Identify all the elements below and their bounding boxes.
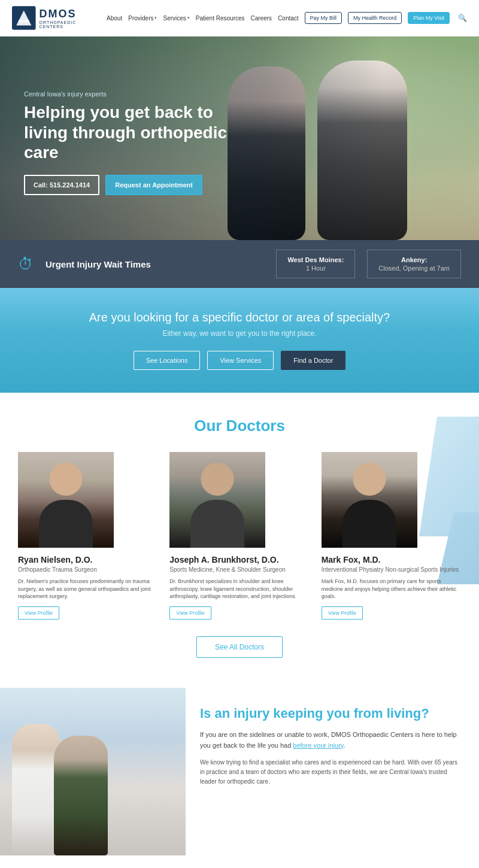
- location-name-1: West Des Moines:: [287, 256, 344, 263]
- injury-highlight: before your injury: [293, 742, 343, 749]
- see-all-doctors-button[interactable]: See All Doctors: [196, 636, 283, 658]
- injury-text1: If you are on the sidelines or unable to…: [200, 730, 461, 751]
- specialty-section: Are you looking for a specific doctor or…: [0, 288, 479, 393]
- injury-person1-figure: [12, 724, 60, 855]
- see-all-container: See All Doctors: [18, 636, 461, 658]
- location-time-2: Closed, Opening at 7am: [378, 265, 450, 272]
- doctor-specialty-brunkhorst: Sports Medicine, Knee & Shoulder Surgeon: [169, 566, 309, 573]
- doctor-image-placeholder-fox: [322, 452, 417, 548]
- nav-links: About Providers ▾ Services ▾ Patient Res…: [107, 12, 467, 24]
- hero-eyebrow: Central Iowa's injury experts: [24, 90, 228, 98]
- services-chevron-icon: ▾: [187, 16, 190, 20]
- nav-careers[interactable]: Careers: [251, 15, 272, 22]
- nav-contact[interactable]: Contact: [278, 15, 298, 22]
- doctor-image-placeholder-nielsen: [18, 452, 114, 548]
- wait-times-bar: ⏱ Urgent Injury Wait Times West Des Moin…: [0, 240, 479, 288]
- hero-buttons: Call: 515.224.1414 Request an Appointmen…: [24, 175, 228, 195]
- logo-sub-text: ORTHOPAEDIC CENTERS: [40, 20, 96, 29]
- navbar: DMOS ORTHOPAEDIC CENTERS About Providers…: [0, 0, 479, 37]
- doctor-card-fox: Mark Fox, M.D. Interventional Physiatry …: [322, 452, 461, 620]
- face-brunkhorst: [201, 463, 234, 496]
- specialty-buttons: See Locations View Services Find a Docto…: [18, 351, 461, 370]
- doctors-grid: Ryan Nielsen, D.O. Orthopaedic Trauma Su…: [18, 452, 461, 620]
- injury-photo: [0, 688, 186, 855]
- doctor-card-brunkhorst: Joseph A. Brunkhorst, D.O. Sports Medici…: [169, 452, 309, 620]
- location-time-1: 1 Hour: [287, 265, 344, 272]
- doctor-bio-fox: Mark Fox, M.D. focuses on primary care f…: [322, 578, 461, 600]
- hero-section: Central Iowa's injury experts Helping yo…: [0, 37, 479, 240]
- doctor-photo-nielsen: [18, 452, 114, 548]
- location-name-2: Ankeny:: [378, 256, 450, 263]
- wait-times-title: Urgent Injury Wait Times: [46, 259, 264, 269]
- view-profile-brunkhorst-button[interactable]: View Profile: [169, 606, 211, 620]
- injury-content: Is an injury keeping you from living? If…: [186, 688, 479, 855]
- specialty-title: Are you looking for a specific doctor or…: [18, 311, 461, 324]
- doctor-image-placeholder-brunkhorst: [169, 452, 265, 548]
- specialty-subtitle: Either way, we want to get you to the ri…: [18, 329, 461, 338]
- injury-section: Is an injury keeping you from living? If…: [0, 688, 479, 855]
- doctor-specialty-fox: Interventional Physiatry Non-surgical Sp…: [322, 566, 461, 573]
- see-locations-button[interactable]: See Locations: [134, 351, 201, 370]
- doctor-name-nielsen: Ryan Nielsen, D.O.: [18, 555, 157, 564]
- nav-providers[interactable]: Providers ▾: [128, 15, 157, 22]
- logo-dmos-text: DMOS: [40, 8, 96, 20]
- doctor-card-nielsen: Ryan Nielsen, D.O. Orthopaedic Trauma Su…: [18, 452, 157, 620]
- doctor-photo-fox: [322, 452, 417, 548]
- body-fox: [342, 500, 396, 548]
- doctor-name-fox: Mark Fox, M.D.: [322, 555, 461, 564]
- hero-content: Central Iowa's injury experts Helping yo…: [24, 90, 228, 195]
- wait-location-west-des-moines: West Des Moines: 1 Hour: [276, 250, 355, 278]
- doctor-bio-brunkhorst: Dr. Brunkhorst specializes in shoulder a…: [169, 578, 309, 600]
- call-button[interactable]: Call: 515.224.1414: [24, 175, 99, 195]
- doctor-photo-brunkhorst: [169, 452, 265, 548]
- nav-patient-resources[interactable]: Patient Resources: [196, 15, 245, 22]
- doctor-specialty-nielsen: Orthopaedic Trauma Surgeon: [18, 566, 157, 573]
- doctor-name-brunkhorst: Joseph A. Brunkhorst, D.O.: [169, 555, 309, 564]
- pay-bill-button[interactable]: Pay My Bill: [305, 12, 342, 24]
- dmos-logo-icon: [12, 5, 36, 31]
- search-icon[interactable]: 🔍: [458, 14, 467, 22]
- view-profile-fox-button[interactable]: View Profile: [322, 606, 363, 620]
- wait-location-ankeny: Ankeny: Closed, Opening at 7am: [367, 250, 461, 278]
- body-brunkhorst: [190, 500, 244, 548]
- find-doctor-button[interactable]: Find a Doctor: [281, 351, 345, 370]
- injury-title: Is an injury keeping you from living?: [200, 706, 461, 721]
- body-nielsen: [39, 500, 93, 548]
- nav-about[interactable]: About: [107, 15, 122, 22]
- doctors-section-title: Our Doctors: [18, 417, 461, 435]
- face-fox: [353, 463, 386, 496]
- request-appointment-button[interactable]: Request an Appointment: [105, 175, 202, 195]
- view-services-button[interactable]: View Services: [207, 351, 274, 370]
- injury-person2-figure: [54, 736, 108, 855]
- nav-services[interactable]: Services ▾: [163, 15, 189, 22]
- doctor-bio-nielsen: Dr. Nielsen's practice focuses predomina…: [18, 578, 157, 600]
- doctors-section: Our Doctors Ryan Nielsen, D.O. Orthopaed…: [0, 393, 479, 676]
- logo[interactable]: DMOS ORTHOPAEDIC CENTERS: [12, 5, 96, 31]
- clock-icon: ⏱: [18, 255, 34, 274]
- svg-rect-2: [19, 20, 29, 23]
- injury-text2: We know trying to find a specialist who …: [200, 758, 461, 787]
- face-nielsen: [50, 463, 83, 496]
- view-profile-nielsen-button[interactable]: View Profile: [18, 606, 59, 620]
- plan-visit-button[interactable]: Plan My Visit: [408, 12, 450, 24]
- hero-title: Helping you get back to living through o…: [24, 102, 228, 163]
- my-health-record-button[interactable]: My Health Record: [348, 12, 402, 24]
- providers-chevron-icon: ▾: [154, 16, 157, 20]
